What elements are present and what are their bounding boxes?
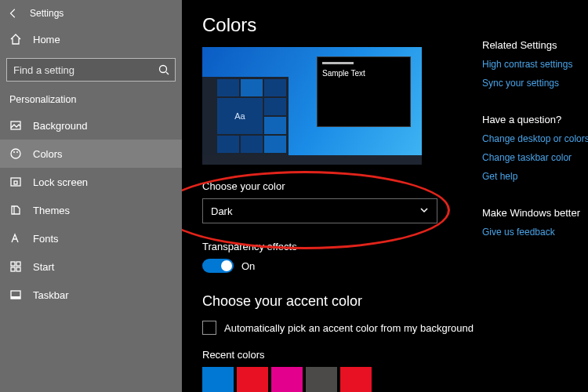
svg-rect-10 bbox=[16, 267, 20, 271]
lock-screen-icon bbox=[9, 176, 22, 188]
picture-icon bbox=[9, 119, 22, 132]
transparency-value: On bbox=[241, 260, 255, 272]
preview-window: Sample Text bbox=[317, 56, 411, 127]
svg-rect-8 bbox=[16, 262, 20, 266]
svg-rect-12 bbox=[11, 296, 20, 299]
themes-icon bbox=[9, 204, 22, 216]
back-icon[interactable] bbox=[8, 8, 19, 19]
link-feedback[interactable]: Give us feedback bbox=[482, 227, 585, 238]
color-swatch[interactable] bbox=[340, 367, 372, 392]
sidebar-item-colors[interactable]: Colors bbox=[0, 140, 182, 168]
sidebar-item-lock-screen[interactable]: Lock screen bbox=[0, 168, 182, 196]
svg-point-2 bbox=[11, 149, 20, 158]
search-box[interactable] bbox=[6, 58, 176, 82]
color-preview: Aa Sample Text bbox=[202, 47, 422, 165]
sidebar-item-label: Lock screen bbox=[33, 176, 88, 188]
color-swatch[interactable] bbox=[306, 367, 337, 392]
titlebar: Settings bbox=[0, 5, 182, 27]
sidebar-item-background[interactable]: Background bbox=[0, 111, 182, 140]
sidebar-item-label: Start bbox=[33, 261, 54, 273]
transparency-toggle[interactable] bbox=[202, 259, 234, 273]
better-heading: Make Windows better bbox=[482, 207, 585, 219]
link-change-taskbar[interactable]: Change taskbar color bbox=[482, 152, 585, 163]
recent-colors-label: Recent colors bbox=[202, 349, 482, 361]
sidebar-item-label: Colors bbox=[33, 148, 63, 160]
auto-accent-checkbox[interactable] bbox=[202, 321, 216, 335]
svg-point-0 bbox=[160, 66, 167, 73]
chevron-down-icon bbox=[419, 205, 429, 217]
svg-rect-9 bbox=[11, 267, 15, 271]
sidebar-item-themes[interactable]: Themes bbox=[0, 196, 182, 224]
preview-start-menu: Aa bbox=[202, 77, 289, 155]
svg-rect-6 bbox=[14, 181, 17, 184]
preview-sample-text: Sample Text bbox=[322, 69, 405, 78]
auto-accent-row[interactable]: Automatically pick an accent color from … bbox=[202, 321, 482, 335]
sidebar-item-label: Background bbox=[33, 120, 87, 132]
link-get-help[interactable]: Get help bbox=[482, 171, 585, 182]
choose-color-value: Dark bbox=[211, 205, 232, 217]
start-icon bbox=[9, 260, 22, 273]
color-swatch[interactable] bbox=[202, 367, 234, 392]
auto-accent-label: Automatically pick an accent color from … bbox=[224, 322, 474, 334]
sidebar-item-label: Taskbar bbox=[33, 289, 69, 301]
svg-point-3 bbox=[13, 151, 15, 153]
choose-color-label: Choose your color bbox=[202, 180, 482, 192]
preview-taskbar bbox=[202, 155, 422, 165]
related-heading: Related Settings bbox=[482, 39, 585, 51]
transparency-label: Transparency effects bbox=[202, 241, 482, 252]
sidebar-item-fonts[interactable]: Fonts bbox=[0, 224, 182, 252]
section-label: Personalization bbox=[0, 89, 182, 111]
palette-icon bbox=[9, 147, 22, 160]
choose-color-select[interactable]: Dark bbox=[202, 198, 437, 223]
nav-home-label: Home bbox=[33, 34, 60, 45]
accent-heading: Choose your accent color bbox=[202, 293, 482, 310]
color-swatch[interactable] bbox=[271, 367, 303, 392]
fonts-icon bbox=[9, 232, 22, 245]
sidebar-item-label: Fonts bbox=[33, 233, 59, 245]
taskbar-icon bbox=[9, 289, 22, 301]
sidebar-item-label: Themes bbox=[33, 205, 70, 216]
preview-tile-text: Aa bbox=[217, 98, 263, 134]
app-title: Settings bbox=[30, 8, 64, 19]
main-panel: Colors Aa Sample Text Choose your color … bbox=[182, 0, 482, 392]
recent-colors bbox=[202, 367, 482, 392]
page-title: Colors bbox=[202, 14, 482, 36]
question-heading: Have a question? bbox=[482, 114, 585, 125]
svg-point-4 bbox=[16, 151, 18, 153]
sidebar: Settings Home Personalization Background… bbox=[0, 0, 182, 392]
color-swatch[interactable] bbox=[237, 367, 268, 392]
search-icon bbox=[153, 64, 175, 76]
home-icon bbox=[9, 33, 22, 45]
link-change-desktop[interactable]: Change desktop or colors bbox=[482, 133, 585, 144]
sidebar-item-taskbar[interactable]: Taskbar bbox=[0, 281, 182, 309]
svg-rect-7 bbox=[11, 262, 15, 266]
link-high-contrast[interactable]: High contrast settings bbox=[482, 59, 585, 70]
link-sync-settings[interactable]: Sync your settings bbox=[482, 78, 585, 89]
right-column: Related Settings High contrast settings … bbox=[482, 0, 588, 392]
nav-home[interactable]: Home bbox=[0, 27, 182, 52]
sidebar-item-start[interactable]: Start bbox=[0, 252, 182, 281]
search-input[interactable] bbox=[7, 64, 153, 76]
